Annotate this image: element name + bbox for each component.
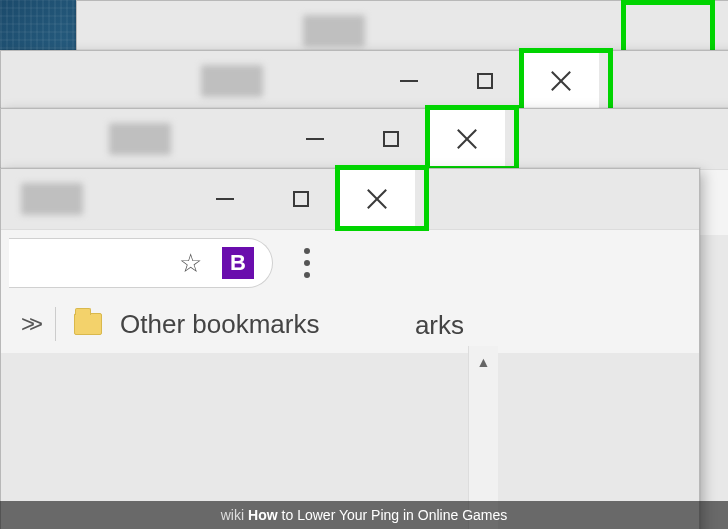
- folder-icon: [74, 313, 102, 335]
- desktop-background: arks ▲ narks ▲ ☆ B: [0, 0, 728, 529]
- caption-prefix: wiki: [221, 507, 244, 523]
- tab-favicon-blur: [303, 15, 365, 47]
- maximize-button[interactable]: [353, 110, 429, 168]
- tab-favicon-blur: [201, 65, 263, 97]
- scroll-up-icon: ▲: [477, 354, 491, 370]
- titlebar: [1, 51, 728, 111]
- address-bar[interactable]: ☆ B: [9, 238, 273, 288]
- tab-favicon-blur: [109, 123, 171, 155]
- close-button[interactable]: [429, 110, 505, 168]
- tab-favicon-blur: [21, 183, 83, 215]
- caption-bold: How: [248, 507, 278, 523]
- divider: [55, 307, 56, 341]
- caption-bar: wikiHow to Lower Your Ping in Online Gam…: [0, 501, 728, 529]
- extension-icon[interactable]: B: [222, 247, 254, 279]
- minimize-button[interactable]: [187, 170, 263, 228]
- titlebar: [1, 169, 699, 229]
- titlebar: [1, 109, 728, 169]
- bookmarks-peek: arks: [340, 300, 470, 350]
- bookmarks-folder-label[interactable]: Other bookmarks: [120, 309, 319, 340]
- minimize-button[interactable]: [277, 110, 353, 168]
- caption-rest: to Lower Your Ping in Online Games: [282, 507, 508, 523]
- browser-toolbar: ☆ B: [1, 229, 699, 295]
- maximize-button[interactable]: [447, 52, 523, 110]
- maximize-button[interactable]: [263, 170, 339, 228]
- close-button[interactable]: [339, 170, 415, 228]
- kebab-menu-icon[interactable]: [287, 230, 327, 296]
- bookmarks-overflow-icon[interactable]: >>: [21, 310, 37, 338]
- close-button[interactable]: [523, 52, 599, 110]
- minimize-button[interactable]: [371, 52, 447, 110]
- star-icon[interactable]: ☆: [179, 248, 202, 279]
